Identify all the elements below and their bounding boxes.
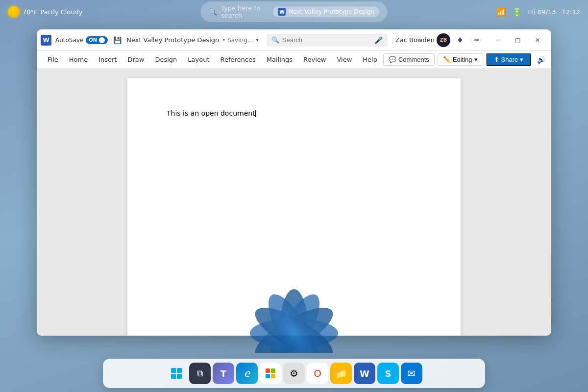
weather-temp: 70°F [23, 8, 38, 16]
search-bar[interactable]: 🔍 🎤 [267, 34, 388, 47]
word-badge-label: Next Valley Prototype Design [289, 8, 374, 15]
search-icon-word: 🔍 [271, 36, 279, 44]
taskbar-bottom: ⧉ T e ⚙️ O 📁 W S ✉ [103, 359, 485, 388]
start-button[interactable] [166, 363, 187, 384]
menu-bar: File Home Insert Draw Design Layout Refe… [37, 51, 551, 69]
speaker-button[interactable]: 🔊 [534, 53, 548, 67]
editing-button[interactable]: ✏️ Editing ▾ [438, 53, 483, 66]
file-manager-icon: 📁 [335, 368, 347, 379]
menu-insert[interactable]: Insert [94, 54, 122, 65]
system-tray: 📶 🔋 Fri 09/13 12:12 [496, 7, 580, 17]
weather-widget[interactable]: 70°F Partly Cloudy [8, 6, 82, 18]
weather-icon [8, 6, 20, 18]
user-name: Zac Bowden [395, 36, 435, 44]
taskbar-top: 70°F Partly Cloudy 🔍 Type here to search… [0, 0, 588, 24]
word-taskbar-icon: W [360, 368, 369, 379]
settings-button[interactable]: ⚙️ [283, 363, 305, 384]
close-button[interactable]: ✕ [528, 32, 547, 48]
autosave-section: AutoSave ON [55, 36, 108, 44]
menu-home[interactable]: Home [64, 54, 93, 65]
menu-mailings[interactable]: Mailings [262, 54, 297, 65]
editing-pencil-icon: ✏️ [443, 56, 451, 63]
comments-button[interactable]: 💬 Comments [383, 53, 435, 66]
mic-icon[interactable]: 🎤 [374, 36, 383, 44]
autosave-state: ON [89, 37, 97, 43]
autosave-label: AutoSave [55, 37, 83, 44]
menu-layout[interactable]: Layout [183, 54, 214, 65]
editing-label: Editing [453, 56, 472, 63]
virtual-desktop-button[interactable]: ⧉ [189, 363, 211, 384]
search-icon: 🔍 [209, 8, 217, 16]
title-dropdown-icon[interactable]: ▾ [256, 37, 259, 43]
share-label: Share [501, 56, 518, 63]
doc-content: This is an open document [167, 109, 255, 117]
menu-design[interactable]: Design [150, 54, 182, 65]
word-badge: W Next Valley Prototype Design [273, 6, 379, 17]
taskbar-search[interactable]: 🔍 Type here to search W Next Valley Prot… [201, 1, 387, 22]
title-right-section: Zac Bowden ZB ♦ ✏️ ─ □ ✕ [395, 32, 547, 48]
document-area[interactable]: This is an open document [37, 69, 551, 336]
text-cursor [255, 110, 256, 117]
menu-review[interactable]: Review [298, 54, 331, 65]
menu-view[interactable]: View [332, 54, 357, 65]
doc-page[interactable]: This is an open document [127, 78, 461, 336]
skype-button[interactable]: S [377, 363, 399, 384]
pencil-icon-btn[interactable]: ✏️ [470, 33, 484, 47]
diamond-icon-btn[interactable]: ♦ [453, 33, 467, 47]
office-button[interactable]: O [307, 363, 328, 384]
store-button[interactable] [260, 363, 281, 384]
search-placeholder: Type here to search [221, 4, 269, 19]
user-area[interactable]: Zac Bowden ZB [395, 33, 450, 47]
edge-button[interactable]: e [236, 363, 258, 384]
menu-draw[interactable]: Draw [122, 54, 149, 65]
edge-icon: e [244, 368, 250, 379]
title-bar: W AutoSave ON 💾 Next Valley Prototype De… [37, 29, 551, 51]
word-window: W AutoSave ON 💾 Next Valley Prototype De… [37, 29, 551, 336]
search-input[interactable] [282, 36, 371, 44]
comments-label: Comments [398, 56, 429, 63]
editing-dropdown-icon: ▾ [474, 56, 478, 63]
share-icon: ⬆ [494, 56, 499, 63]
skype-icon: S [385, 368, 392, 379]
mail-icon: ✉ [408, 368, 416, 379]
teams-button[interactable]: T [213, 363, 234, 384]
menu-right-buttons: 💬 Comments ✏️ Editing ▾ ⬆ Share ▾ 🔊 [383, 53, 548, 67]
mail-button[interactable]: ✉ [401, 363, 422, 384]
user-avatar: ZB [437, 33, 450, 47]
minimize-button[interactable]: ─ [489, 32, 508, 48]
settings-icon: ⚙️ [290, 368, 298, 379]
menu-help[interactable]: Help [358, 54, 382, 65]
weather-condition: Partly Cloudy [41, 8, 83, 16]
wifi-icon: 📶 [496, 7, 506, 17]
system-date: Fri 09/13 [528, 8, 556, 16]
battery-icon: 🔋 [512, 7, 522, 17]
doc-title-area: Next Valley Prototype Design • Saving...… [126, 36, 259, 44]
save-icon[interactable]: 💾 [112, 35, 122, 46]
window-controls: ─ □ ✕ [489, 32, 547, 48]
system-time: 12:12 [562, 8, 580, 16]
word-badge-icon: W [278, 8, 286, 16]
word-taskbar-button[interactable]: W [354, 363, 375, 384]
word-app-icon: W [41, 35, 51, 46]
file-manager-button[interactable]: 📁 [330, 363, 352, 384]
office-icon: O [314, 368, 321, 379]
doc-title: Next Valley Prototype Design [126, 36, 219, 44]
maximize-button[interactable]: □ [508, 32, 528, 48]
autosave-toggle[interactable]: ON [86, 36, 108, 44]
menu-references[interactable]: References [216, 54, 261, 65]
comments-icon: 💬 [389, 56, 396, 63]
share-dropdown-icon: ▾ [520, 56, 523, 63]
toggle-knob [99, 37, 105, 43]
share-button[interactable]: ⬆ Share ▾ [486, 53, 532, 66]
teams-icon: T [220, 368, 226, 379]
virtual-desktop-icon: ⧉ [197, 368, 203, 379]
saving-status: • Saving... [222, 37, 253, 44]
menu-file[interactable]: File [43, 54, 63, 65]
